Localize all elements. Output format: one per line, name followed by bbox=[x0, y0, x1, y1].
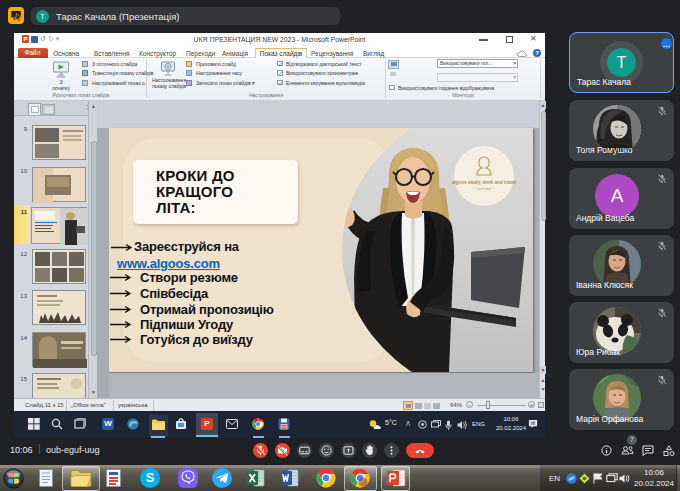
svg-text:algoos study, work and travel: algoos study, work and travel bbox=[452, 180, 516, 185]
svg-text:~ september ~: ~ september ~ bbox=[474, 187, 495, 191]
